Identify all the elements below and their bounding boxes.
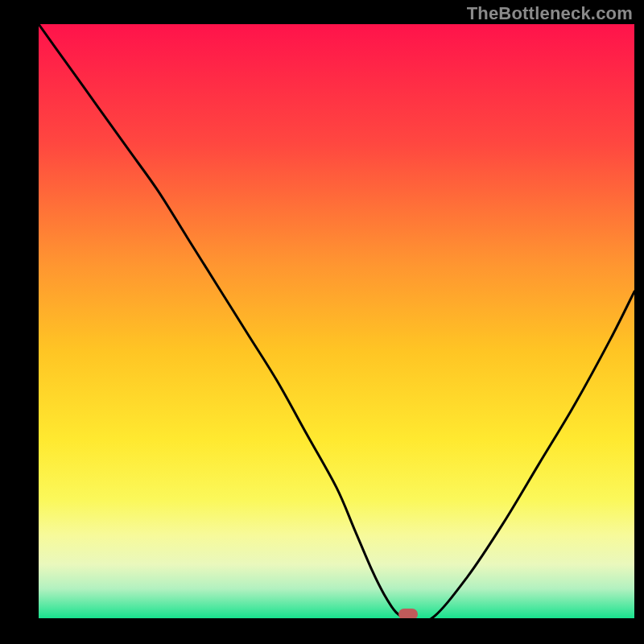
plot-area — [39, 24, 634, 618]
minimum-marker — [398, 609, 418, 618]
chart-frame: TheBottleneck.com — [0, 0, 644, 644]
bottleneck-curve — [39, 24, 634, 618]
watermark-text: TheBottleneck.com — [467, 3, 633, 24]
